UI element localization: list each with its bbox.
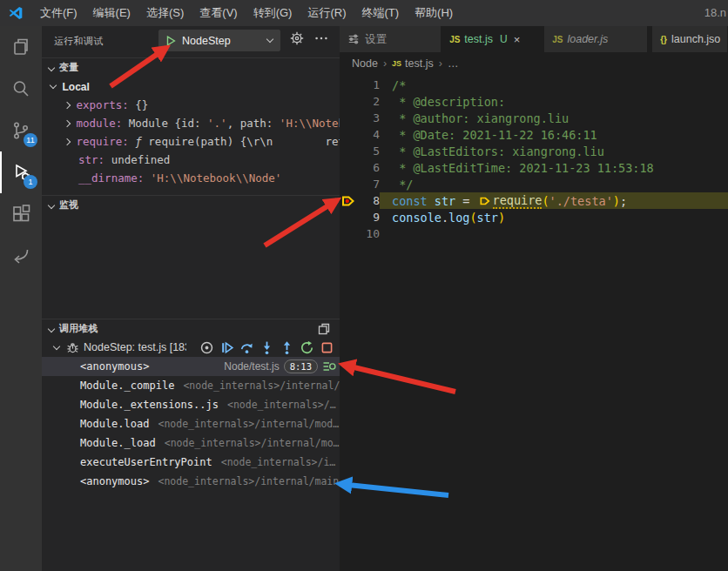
variable-value: require(path) {\r\n retur…	[142, 135, 340, 148]
tab-label: launch.jso	[671, 33, 720, 45]
breakpoint-current-line-icon[interactable]	[340, 193, 356, 209]
gear-icon[interactable]	[289, 30, 305, 46]
breadcrumb-folder[interactable]: Node	[352, 57, 378, 70]
code-variable: str	[435, 194, 455, 208]
sidebar-title: 运行和调试	[54, 35, 104, 48]
stack-frame-row[interactable]: Module.load <node_internals>/internal/mo…	[42, 414, 340, 433]
activity-run-and-debug[interactable]: 1	[0, 151, 42, 193]
stack-frame-row[interactable]: <anonymous> <node_internals>/internal/ma…	[42, 472, 340, 491]
code-line: 4 * @Date: 2021-11-22 16:46:11	[340, 126, 728, 143]
watch-section-header[interactable]: 监视	[42, 195, 340, 214]
menu-file[interactable]: 文件(F)	[32, 0, 85, 26]
call-stack-section-label: 调用堆栈	[59, 322, 98, 335]
code-variable: str	[477, 211, 498, 225]
activity-search[interactable]	[0, 68, 42, 110]
breadcrumb-symbol[interactable]: …	[448, 57, 459, 70]
stack-frame-row[interactable]: executeUserEntryPoint <node_internals>/i…	[42, 453, 340, 472]
code-text: * @description:	[392, 95, 512, 109]
inline-step-pointer-icon	[479, 195, 491, 207]
tab-settings[interactable]: 设置	[340, 26, 442, 52]
code-line: 7 */	[340, 176, 728, 192]
tab-label: test.js	[464, 33, 493, 45]
close-icon[interactable]: ×	[514, 33, 521, 46]
chevron-down-icon	[48, 201, 55, 208]
breadcrumb[interactable]: Node › JS test.js › …	[340, 52, 728, 75]
line-number: 3	[357, 111, 380, 124]
tab-loaderjs[interactable]: JS loader.js	[544, 26, 648, 52]
variable-name: exports:	[77, 98, 129, 111]
call-stack-section-header[interactable]: 调用堆栈	[42, 319, 340, 338]
more-actions-icon[interactable]	[313, 30, 329, 46]
activity-explorer[interactable]	[0, 26, 42, 68]
launch-config-dropdown[interactable]: NodeStep	[158, 30, 280, 51]
restart-icon[interactable]	[300, 340, 314, 355]
variable-value: {}	[135, 98, 148, 111]
git-untracked-badge: U	[500, 33, 508, 45]
code-area[interactable]: 1 /* 2 * @description: 3 * @author: xian…	[340, 77, 728, 242]
menu-goto[interactable]: 转到(G)	[246, 0, 300, 26]
code-operator: .	[442, 211, 448, 225]
stack-frame-row[interactable]: Module._load <node_internals>/internal/m…	[42, 433, 340, 453]
variable-value: undefined	[111, 153, 171, 166]
stackframe-focused-icon[interactable]	[322, 359, 336, 373]
stop-icon[interactable]	[320, 340, 334, 355]
code-text: */	[392, 178, 413, 191]
stack-frame-row[interactable]: <anonymous> Node/test.js 8:13	[42, 357, 340, 376]
variable-value: , path:	[227, 117, 280, 130]
json-file-icon: {}	[660, 35, 667, 44]
code-text: * @Date: 2021-11-22 16:46:11	[392, 128, 597, 142]
menu-run[interactable]: 运行(R)	[300, 0, 354, 26]
step-out-icon[interactable]	[280, 340, 294, 355]
debug-session-row[interactable]: NodeStep: test.js [183…	[42, 338, 340, 357]
code-text: * @LastEditors: xiangrong.liu	[392, 144, 604, 158]
menu-edit[interactable]: 编辑(E)	[85, 0, 138, 26]
variable-name: module:	[77, 117, 123, 130]
start-debug-icon[interactable]	[165, 35, 177, 47]
line-number: 7	[357, 178, 380, 191]
back-arrow-icon	[10, 245, 31, 266]
variables-section-label: 变量	[59, 61, 78, 74]
activity-extensions[interactable]	[0, 193, 42, 235]
frame-name: Module._extensions..js	[42, 399, 219, 411]
sidebar-header: 运行和调试 NodeStep	[42, 26, 340, 56]
menu-help[interactable]: 帮助(H)	[407, 0, 461, 26]
activity-source-control[interactable]: 11	[0, 110, 42, 151]
code-line: 6 * @LastEditTime: 2021-11-23 11:53:18	[340, 159, 728, 176]
variable-value-string: 'H:\\Noteb…	[280, 117, 340, 130]
vscode-window: 文件(F) 编辑(E) 选择(S) 查看(V) 转到(G) 运行(R) 终端(T…	[0, 0, 728, 571]
circle-dot-icon[interactable]	[199, 340, 214, 355]
activity-bar: 11 1	[0, 26, 42, 571]
frame-source: <node_internals>/internal/mo…	[165, 437, 340, 449]
menu-selection[interactable]: 选择(S)	[138, 0, 192, 26]
activity-references[interactable]	[0, 235, 42, 277]
code-keyword: const	[392, 194, 435, 208]
search-icon	[10, 78, 31, 99]
variables-section-header[interactable]: 变量	[42, 57, 340, 77]
step-into-icon[interactable]	[260, 340, 274, 355]
line-number: 2	[357, 95, 380, 108]
scope-local-row[interactable]: Local	[42, 77, 340, 96]
tab-testjs[interactable]: JS test.js U ×	[442, 26, 544, 52]
vscode-logo-icon	[8, 5, 24, 21]
menu-terminal[interactable]: 终端(T)	[354, 0, 407, 26]
variable-row-module[interactable]: module: Module {id: '.', path: 'H:\\Note…	[42, 114, 340, 132]
copy-call-stack-icon[interactable]	[317, 322, 331, 336]
frame-name: Module._load	[42, 437, 156, 449]
code-operator: ;	[620, 194, 627, 208]
variable-row-str[interactable]: str: undefined	[42, 151, 340, 169]
variable-row-dirname[interactable]: __dirname: 'H:\\Notebook\\Node'	[42, 169, 340, 187]
tab-launchjson[interactable]: {} launch.jso	[652, 26, 728, 52]
variable-row-exports[interactable]: exports: {}	[42, 96, 340, 114]
variable-row-require[interactable]: require: ƒ require(path) {\r\n retur…	[42, 132, 340, 151]
stack-frame-row[interactable]: Module._extensions..js <node_internals>/…	[42, 395, 340, 414]
bug-icon	[66, 341, 79, 354]
breadcrumb-file[interactable]: test.js	[405, 57, 434, 70]
continue-icon[interactable]	[219, 340, 234, 355]
stack-frame-row[interactable]: Module._compile <node_internals>/interna…	[42, 376, 340, 395]
step-over-icon[interactable]	[239, 340, 254, 355]
chevron-down-icon	[48, 325, 55, 332]
variable-name: __dirname:	[78, 171, 144, 185]
menu-view[interactable]: 查看(V)	[192, 0, 245, 26]
line-number: 10	[357, 227, 380, 240]
code-line-current: 8 const str = require('./testa');	[340, 192, 728, 209]
